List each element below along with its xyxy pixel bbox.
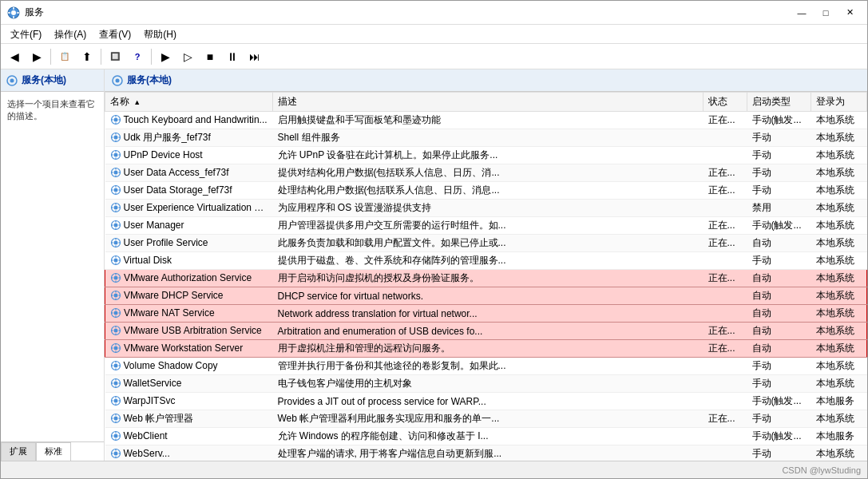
table-row[interactable]: User Data Access_fef73f提供对结构化用户数据(包括联系人信…	[105, 164, 867, 182]
service-name-cell: WarpJITSvc	[105, 393, 273, 410]
table-row[interactable]: VMware Authorization Service用于启动和访问虚拟机的授…	[105, 270, 867, 287]
service-name-cell: Udk 用户服务_fef73f	[105, 129, 273, 147]
service-name-cell: User Experience Virtualization S...	[105, 200, 273, 217]
table-row[interactable]: VMware USB Arbitration ServiceArbitratio…	[105, 323, 867, 340]
service-start-cell: 手动	[747, 358, 811, 375]
service-status-cell	[704, 252, 747, 270]
table-row[interactable]: User Data Storage_fef73f处理结构化用户数据(包括联系人信…	[105, 182, 867, 200]
service-login-cell: 本地服务	[811, 393, 867, 410]
show-console-tree-button[interactable]: 📋	[54, 46, 75, 67]
table-row[interactable]: UPnP Device Host允许 UPnP 设备驻在此计算机上。如果停止此服…	[105, 147, 867, 164]
stop-button[interactable]: ■	[200, 46, 220, 67]
title-bar-left: 服务	[7, 6, 44, 19]
service-gear-icon	[110, 272, 121, 283]
svg-point-1	[11, 10, 16, 15]
service-start-cell: 自动	[747, 270, 811, 287]
col-header-name[interactable]: 名称 ▲	[105, 93, 273, 112]
service-login-cell: 本地系统	[811, 164, 867, 182]
svg-point-83	[114, 328, 118, 332]
menu-file[interactable]: 文件(F)	[4, 26, 48, 42]
service-desc-cell: 此服务负责加载和卸载用户配置文件。如果已停止或...	[273, 235, 704, 252]
table-row[interactable]: Volume Shadow Copy管理并执行用于备份和其他途径的卷影复制。如果…	[105, 358, 867, 375]
svg-point-11	[113, 117, 117, 121]
play2-button[interactable]: ▷	[177, 46, 198, 67]
service-login-cell: 本地系统	[811, 358, 867, 375]
tab-standard[interactable]: 标准	[36, 442, 71, 461]
table-row[interactable]: Udk 用户服务_fef73fShell 组件服务手动本地系统	[105, 129, 867, 147]
svg-point-77	[114, 311, 118, 315]
service-status-cell: 正在...	[704, 217, 747, 235]
menu-view[interactable]: 查看(V)	[93, 26, 137, 42]
service-desc-cell: 允许 UPnP 设备驻在此计算机上。如果停止此服务...	[273, 147, 704, 164]
col-header-status[interactable]: 状态	[704, 93, 747, 112]
separator-3	[151, 49, 152, 65]
service-gear-icon	[110, 167, 121, 178]
service-name-cell: VMware Authorization Service	[105, 270, 273, 287]
minimize-button[interactable]: —	[791, 4, 813, 22]
watermark-text: CSDN @lywStuding	[782, 465, 861, 475]
table-row[interactable]: VMware Workstation Server用于虚拟机注册和管理的远程访问…	[105, 340, 867, 358]
tab-extend[interactable]: 扩展	[1, 442, 36, 461]
table-row[interactable]: WebServ...处理客户端的请求, 用于将客户端信息自动更新到服...手动本…	[105, 445, 867, 461]
table-row[interactable]: User Experience Virtualization S...为应用程序…	[105, 200, 867, 217]
service-status-cell	[704, 428, 747, 445]
service-start-cell: 自动	[747, 323, 811, 340]
back-button[interactable]: ◀	[4, 46, 25, 67]
table-row[interactable]: Virtual Disk提供用于磁盘、卷、文件系统和存储阵列的管理服务...手动…	[105, 252, 867, 270]
svg-point-125	[113, 451, 117, 455]
help-button[interactable]: ?	[127, 46, 148, 67]
table-row[interactable]: WalletService电子钱包客户端使用的主机对象手动本地系统	[105, 375, 867, 393]
restart-button[interactable]: ⏭	[244, 46, 265, 67]
service-start-cell: 手动(触发...	[747, 112, 811, 129]
services-table-container[interactable]: 名称 ▲ 描述 状态 启动类型 登录为 Touch Keyboard	[105, 92, 867, 461]
main-panel: 服务(本地) 名称 ▲ 描述 状态 启动类型 登录为	[105, 69, 867, 461]
main-header: 服务(本地)	[105, 69, 867, 92]
sidebar-desc-area: 选择一个项目来查看它的描述。	[1, 92, 104, 441]
maximize-button[interactable]: □	[814, 4, 837, 22]
service-gear-icon	[110, 114, 121, 125]
col-header-login[interactable]: 登录为	[811, 93, 867, 112]
menu-action[interactable]: 操作(A)	[48, 26, 93, 42]
up-button[interactable]: ⬆	[77, 46, 97, 67]
service-login-cell: 本地系统	[811, 445, 867, 461]
table-row[interactable]: VMware NAT ServiceNetwork address transl…	[105, 305, 867, 323]
service-desc-cell: DHCP service for virtual networks.	[273, 287, 704, 305]
service-login-cell: 本地系统	[811, 340, 867, 358]
services-table: 名称 ▲ 描述 状态 启动类型 登录为 Touch Keyboard	[105, 92, 867, 461]
forward-button[interactable]: ▶	[26, 46, 47, 67]
service-gear-icon	[110, 290, 121, 301]
service-name-cell: Volume Shadow Copy	[105, 358, 273, 375]
service-desc-cell: Shell 组件服务	[273, 129, 704, 147]
service-name-cell: User Data Storage_fef73f	[105, 182, 273, 200]
service-name-cell: WalletService	[105, 375, 273, 393]
pause-button[interactable]: ⏸	[222, 46, 243, 67]
service-gear-icon	[110, 360, 121, 371]
close-button[interactable]: ✕	[838, 4, 861, 22]
service-start-cell: 手动	[747, 375, 811, 393]
play-button[interactable]: ▶	[155, 46, 176, 67]
service-gear-icon	[110, 307, 121, 319]
service-name-cell: WebServ...	[105, 445, 273, 461]
toolbar: ◀ ▶ 📋 ⬆ 🔲 ? ▶ ▷ ■ ⏸ ⏭	[1, 44, 867, 69]
menu-help[interactable]: 帮助(H)	[137, 26, 183, 42]
service-status-cell: 正在...	[704, 235, 747, 252]
table-row[interactable]: WebClient允许 Windows 的程序能创建、访问和修改基于 I...手…	[105, 428, 867, 445]
table-row[interactable]: WarpJITSvcProvides a JIT out of process …	[105, 393, 867, 410]
window-title: 服务	[25, 6, 44, 19]
service-start-cell: 手动	[747, 410, 811, 428]
table-row[interactable]: User Manager用户管理器提供多用户交互所需要的运行时组件。如...正在…	[105, 217, 867, 235]
col-header-desc[interactable]: 描述	[273, 93, 704, 112]
menu-bar: 文件(F) 操作(A) 查看(V) 帮助(H)	[1, 25, 867, 44]
col-header-start[interactable]: 启动类型	[747, 93, 811, 112]
table-row[interactable]: Touch Keyboard and Handwritin...启用触摸键盘和手…	[105, 112, 867, 129]
properties-button[interactable]: 🔲	[105, 46, 125, 67]
table-row[interactable]: User Profile Service此服务负责加载和卸载用户配置文件。如果已…	[105, 235, 867, 252]
table-row[interactable]: Web 帐户管理器Web 帐户管理器利用此服务实现应用和服务的单一...正在..…	[105, 410, 867, 428]
service-start-cell: 手动	[747, 252, 811, 270]
svg-point-119	[113, 433, 117, 437]
table-row[interactable]: VMware DHCP ServiceDHCP service for virt…	[105, 287, 867, 305]
sidebar-tabs: 扩展 标准	[1, 441, 104, 461]
service-start-cell: 手动(触发...	[747, 393, 811, 410]
service-desc-cell: 用户管理器提供多用户交互所需要的运行时组件。如...	[273, 217, 704, 235]
svg-point-107	[113, 398, 117, 402]
